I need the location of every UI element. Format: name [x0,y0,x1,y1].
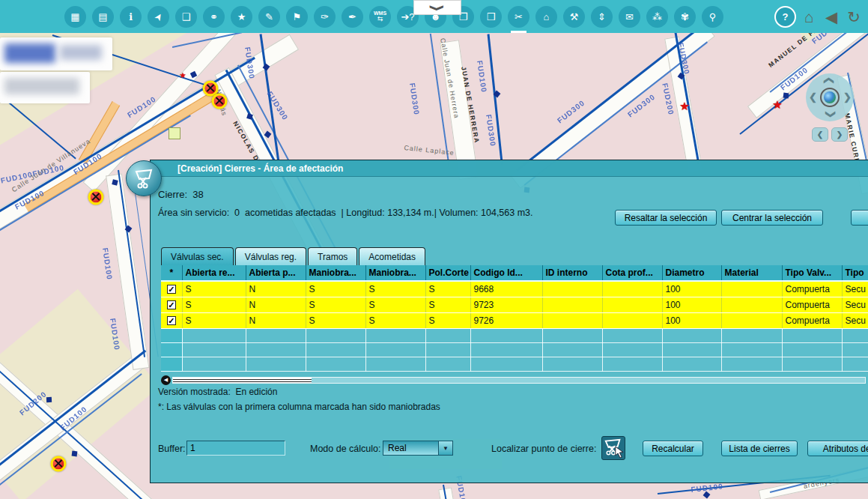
pipe-node-icon [46,397,52,402]
lista-cierres-button[interactable]: Lista de cierres [721,441,798,456]
table-cell: 9726 [470,312,542,328]
home-icon[interactable]: ⌂ [799,6,819,28]
help-icon[interactable]: ? [774,6,796,28]
form-icon[interactable]: ▤ [92,6,114,28]
pan-down-icon[interactable]: ❮ [824,110,835,118]
empty-table-row[interactable] [161,357,868,371]
cut-area-icon: ✂ [515,12,523,22]
zoom-seleccion-button[interactable]: Zo [851,210,868,226]
water-levels-icon[interactable]: ⇕ [591,6,613,28]
history-back-icon[interactable]: ❮ [812,127,828,142]
localizar-punto-button[interactable] [601,436,625,460]
share-icon[interactable]: ⁂ [646,6,668,28]
table-row[interactable]: ✓SNSSS9723100CompuertaSecu [161,297,868,312]
modo-calculo-select[interactable]: Real ▼ [383,441,453,456]
closed-valve-marker[interactable] [88,190,104,205]
palette-icon[interactable]: ✾ [674,6,696,28]
column-header[interactable]: Maniobra... [306,265,365,281]
table-row[interactable]: ✓SNSSS9726100CompuertaSecu [161,312,868,328]
buffer-input[interactable] [186,441,285,456]
scrollbar-track[interactable] [172,377,866,384]
tab-tramos[interactable]: Tramos [308,247,357,265]
resaltar-seleccion-button[interactable]: Resaltar la selección [615,210,717,226]
tools-icon[interactable]: ⚒ [563,6,585,28]
centrar-seleccion-button[interactable]: Centrar la selección [721,210,823,226]
wms-icon[interactable]: WMS⇆ [369,6,391,28]
cierres-dialog: [Creación] Cierres - Área de afectación … [150,160,868,483]
modo-calculo-label: Modo de cálculo: [310,444,381,454]
column-header[interactable]: Abierta p... [246,265,306,281]
table-cell: S [306,297,365,312]
column-header[interactable]: Abierta re... [182,265,246,281]
tab-v-lvulas-reg[interactable]: Válvulas reg. [235,247,306,265]
selection-square-marker [169,127,180,139]
toolbar-right-icons: ?⌂◀↻ [774,6,864,28]
column-header[interactable]: Material [721,265,782,281]
table-cell: Compuerta [782,297,842,312]
back-icon[interactable]: ◀ [822,6,841,28]
row-checkbox[interactable]: ✓ [167,300,176,309]
favorites-icon[interactable]: ★ [231,6,252,28]
table-cell: N [246,281,306,297]
binoculars-icon[interactable]: ⚭ [203,6,225,28]
select-arrow-icon[interactable]: ▼ [439,441,453,456]
map-icon[interactable]: ▦ [64,6,86,28]
history-forward-icon[interactable]: ❯ [831,127,848,142]
edit-icon[interactable]: ✎ [258,6,280,28]
pan-left-icon[interactable]: ❮ [809,91,817,103]
empty-table-row[interactable] [161,328,868,342]
home-map-icon[interactable]: ⌂ [535,6,557,28]
map-note-icon[interactable]: ✑ [314,6,336,28]
map-pin-icon[interactable]: ⚑ [286,6,308,28]
street-view-icon: ⚲ [709,12,717,22]
column-header[interactable]: Diametro [662,265,721,281]
pipe-node-icon [72,451,78,457]
tab-acometidas[interactable]: Acometidas [359,247,425,265]
tab-v-lvulas-sec[interactable]: Válvulas sec. [161,247,234,265]
row-checkbox[interactable]: ✓ [167,316,176,325]
map-layers-icon[interactable]: ✒ [342,6,363,28]
pointer-icon[interactable]: ➤ [148,6,169,28]
table-row[interactable]: ✓SNSSS9668100CompuertaSecu [161,281,868,297]
maniobrada-cell: ✓ [161,297,182,312]
table-cell [602,281,662,297]
recalcular-button[interactable]: Recalcular [643,441,703,456]
closed-valve-marker[interactable] [212,94,228,109]
comments-icon: ✉ [625,12,634,22]
dialog-title-bar[interactable]: [Creación] Cierres - Área de afectación [151,160,868,177]
column-header[interactable]: Cota prof... [602,265,662,281]
column-header[interactable]: Pol.Corte [425,265,470,281]
table-cell [542,281,602,297]
closed-valve-marker[interactable] [51,456,67,472]
empty-table-row[interactable] [161,342,868,357]
atributos-cierre-button[interactable]: Atributos del C [807,441,868,456]
column-header[interactable]: Tipo Valv... [782,265,842,281]
copy-icon[interactable]: ❑ [175,6,197,28]
star-marker: ★ [679,100,689,113]
row-checkbox[interactable]: ✓ [167,285,176,294]
modo-calculo-value: Real [383,441,439,456]
table-cell: Compuerta [782,312,842,328]
pan-up-icon[interactable]: ❮ [824,76,835,85]
map-pan-control: ❮ ❮ ❮ ❯ ❮ ❯ [806,73,855,148]
print-multi-icon[interactable]: ❒ [480,6,502,28]
scrollbar-thumb[interactable] [173,378,312,383]
pointer-icon: ➤ [152,10,165,22]
table-hscrollbar: ◀ [161,375,866,384]
cut-area-icon[interactable]: ✂ [508,6,529,28]
column-header[interactable]: Codigo Id... [470,265,542,281]
column-header[interactable]: * [161,265,182,281]
scroll-left-button[interactable]: ◀ [161,375,171,385]
column-header[interactable]: Tipo [842,265,868,281]
comments-icon[interactable]: ✉ [619,6,640,28]
column-header[interactable]: Maniobra... [365,265,425,281]
table-cell: N [246,312,306,328]
logout-icon[interactable]: ↻ [844,6,864,28]
info-icon[interactable]: ℹ [120,6,142,28]
globe-button[interactable] [820,88,840,107]
street-view-icon[interactable]: ⚲ [702,6,723,28]
toolbar-dropdown-popup[interactable]: ❯ [413,0,461,15]
pan-right-icon[interactable]: ❯ [843,91,852,103]
note-line: *: Las válvulas con la primera columna m… [158,402,440,412]
column-header[interactable]: ID interno [542,265,602,281]
